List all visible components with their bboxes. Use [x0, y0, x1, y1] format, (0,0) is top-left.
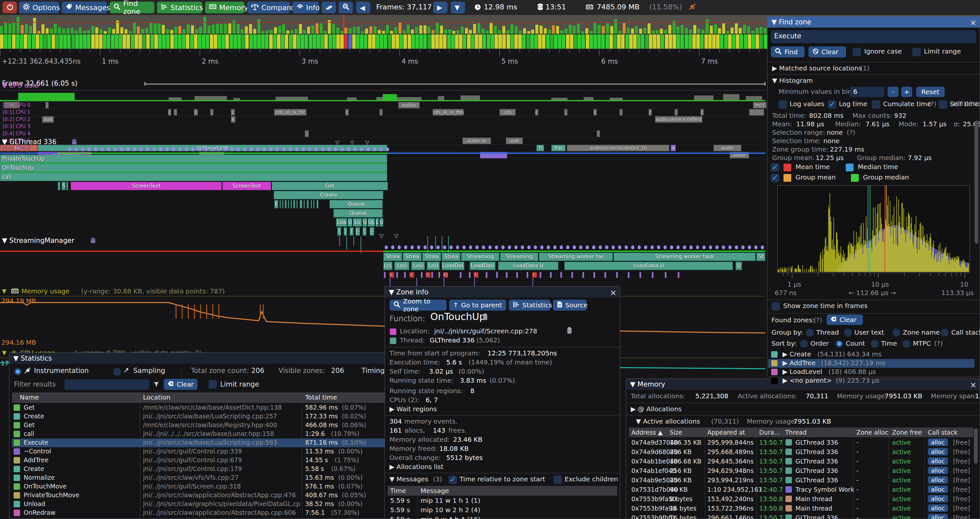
zone-bar[interactable]: S [62, 182, 65, 190]
toolbar-button-find-zone[interactable]: Find zone [110, 2, 154, 13]
zone-bar[interactable]: ( [337, 227, 341, 236]
cpu-zone[interactable] [174, 109, 177, 115]
cpu-zone[interactable]: c [593, 109, 597, 115]
cpu-zone[interactable]: c [231, 109, 235, 115]
zone-bar[interactable] [311, 200, 312, 208]
zone-bar[interactable]: | [344, 227, 347, 236]
sort-by-time[interactable] [871, 340, 878, 348]
zone-bar[interactable]: Strea [403, 252, 422, 261]
zone-bar[interactable]: Get [272, 182, 388, 190]
cpu-zone[interactable]: c [649, 109, 652, 115]
log-values-checkbox[interactable] [779, 100, 787, 109]
find-button[interactable]: Find [771, 46, 805, 57]
reset-button[interactable]: Reset [916, 87, 945, 97]
self-time-checkbox[interactable] [939, 100, 947, 109]
group-by-thread[interactable] [806, 329, 814, 337]
show-zone-time-checkbox[interactable] [772, 302, 780, 311]
zone-bar[interactable] [280, 200, 281, 208]
micro-zone[interactable] [460, 272, 461, 278]
help-q[interactable]: (?) [934, 339, 943, 348]
cpu-zone[interactable] [675, 109, 678, 115]
micro-zone[interactable] [678, 272, 679, 278]
limit-range-checkbox[interactable] [912, 48, 921, 56]
mem-col-7[interactable]: Call stack [928, 428, 958, 436]
zone-info-button-go-to-parent[interactable]: ↑Go to parent [449, 300, 506, 311]
cpu-zone[interactable]: c [345, 109, 348, 115]
micro-zone[interactable] [628, 272, 630, 278]
micro-zone[interactable] [640, 272, 641, 278]
memory-row[interactable]: 0x7553b9fa508 bytes153,492,240ns13:50.8M… [629, 494, 973, 504]
micro-zone[interactable] [616, 272, 618, 278]
found-zone-row[interactable]: ▶ LoadLevel(18) 406.88 µs [768, 368, 975, 377]
zone-bar[interactable]: U [348, 218, 352, 227]
messages-toggle[interactable]: ▼ Messages [390, 475, 428, 483]
micro-zone[interactable] [605, 272, 606, 278]
found-zone-row[interactable]: ▶ Create(54,131) 643.34 ms [768, 350, 975, 359]
help-q[interactable]: (?) [814, 316, 822, 324]
allocations-toggle[interactable]: ▶ @ Allocations [631, 405, 682, 413]
exclude-children-checkbox[interactable] [554, 476, 562, 484]
minus-button[interactable]: - [888, 87, 899, 97]
zone-bar[interactable]: Streaming [500, 252, 538, 261]
msg-col-message[interactable]: Message [421, 487, 449, 495]
clear-filter-button[interactable]: Clear [164, 379, 197, 390]
alloc-callstack-button[interactable]: alloc [928, 448, 948, 455]
memory-scrollbar[interactable] [974, 428, 978, 464]
matched-source-toggle[interactable]: ▶ Matched source locations [772, 64, 862, 72]
zone-bar[interactable] [293, 200, 295, 208]
zone-bar[interactable]: Create [274, 191, 383, 199]
mem-col-5[interactable]: Zone alloc [856, 428, 889, 436]
toolbar-button-memory[interactable]: Memory [205, 2, 245, 13]
time-relative-checkbox[interactable] [449, 476, 457, 484]
micro-zone[interactable] [665, 272, 667, 278]
zone-bar[interactable] [282, 200, 283, 208]
toolbar-button-statistics[interactable]: Statistics [157, 2, 202, 13]
zone-bar[interactable]: ( [350, 227, 353, 236]
memory-row[interactable]: 0x7553b9fa9016 bytes153,722,396ns13:50.8… [629, 504, 973, 513]
zone-bar[interactable]: Queue [333, 209, 383, 217]
msg-col-time[interactable]: Time [390, 487, 406, 495]
mean-time-checkbox[interactable] [771, 163, 779, 172]
micro-zone[interactable] [431, 272, 433, 278]
group-mean-checkbox[interactable] [771, 174, 779, 182]
micro-zone[interactable] [486, 272, 487, 278]
collapse-arrow[interactable]: ▼ [2, 348, 6, 357]
log-time-checkbox[interactable] [828, 100, 836, 109]
stats-col-location[interactable]: Location [143, 393, 170, 401]
zone-bar[interactable] [0, 155, 387, 163]
alloc-callstack-button[interactable]: alloc [928, 505, 948, 512]
mem-col-1[interactable]: Size [670, 428, 682, 436]
zone-bar[interactable]: Strea [422, 252, 441, 261]
micro-zone-red[interactable]: C [389, 272, 395, 278]
zone-bar[interactable]: Loa [336, 218, 347, 227]
mem-col-3[interactable]: Dura... [759, 428, 780, 436]
stats-col-name[interactable]: Name [20, 393, 39, 401]
micro-zone-red[interactable]: C [409, 272, 414, 278]
min-bin-input[interactable]: 6 [850, 87, 885, 97]
zone-bar[interactable] [288, 200, 289, 208]
zone-bar[interactable]: LcU [383, 262, 392, 270]
micro-zone-red[interactable]: C [474, 272, 479, 278]
cpu-zone[interactable]: audios [398, 102, 420, 109]
cpu-zone[interactable]: c [535, 109, 538, 115]
memory-row[interactable]: 0x7553b9fbf016 bytes296,661,146ns13:50.7… [629, 513, 973, 519]
cpu-zone[interactable] [597, 131, 600, 137]
stats-col-total-time[interactable]: Total time [305, 393, 337, 401]
ignore-case-checkbox[interactable] [853, 48, 861, 56]
find-zone-panel-titlebar[interactable]: ▼ Find zone✕ [768, 16, 980, 27]
zone-info-button-zoom-to-zone[interactable]: Zoom to zone [390, 300, 447, 311]
zone-bar[interactable]: LoU [395, 262, 409, 270]
zone-bar[interactable]: E [274, 200, 278, 208]
zone-bar[interactable]: Lo [353, 218, 362, 227]
find-zone-histogram[interactable] [777, 185, 970, 273]
cpu-zone[interactable]: c [168, 109, 171, 115]
clear-button[interactable]: Clear [808, 46, 846, 57]
cpu-zone[interactable] [749, 109, 764, 115]
micro-zone[interactable] [496, 272, 498, 278]
alloc-callstack-button[interactable]: alloc [928, 457, 948, 465]
zone-bar[interactable]: U [363, 218, 367, 227]
zone-info-button-statistics[interactable]: Statistics [509, 300, 550, 311]
find-zone-input[interactable]: Execute [771, 30, 977, 43]
zone-bar[interactable]: L [375, 218, 379, 227]
zone-bar[interactable]: LoU [427, 262, 440, 270]
